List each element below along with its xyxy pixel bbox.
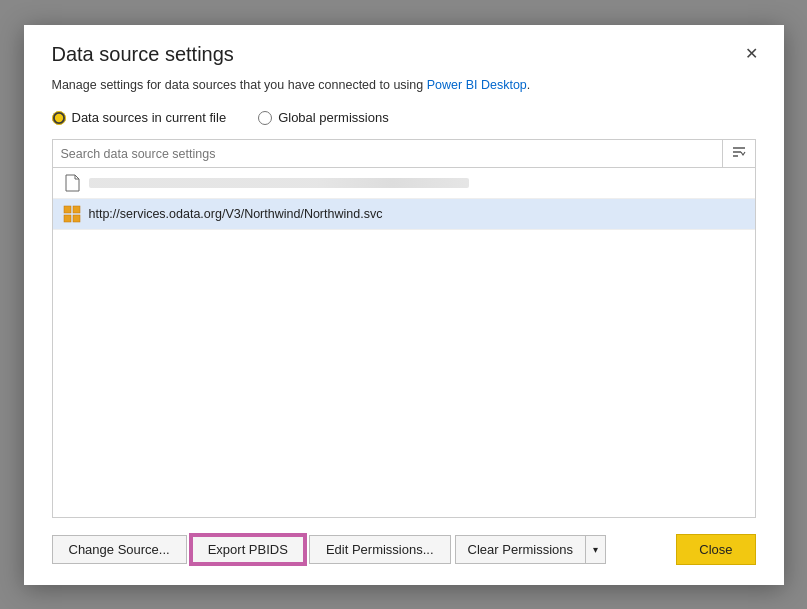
svg-rect-4 bbox=[73, 206, 80, 213]
clear-permissions-button[interactable]: Clear Permissions bbox=[455, 535, 586, 564]
change-source-button[interactable]: Change Source... bbox=[52, 535, 187, 564]
radio-global-permissions[interactable]: Global permissions bbox=[258, 110, 389, 125]
radio-current-file[interactable]: Data sources in current file bbox=[52, 110, 227, 125]
odata-source-label: http://services.odata.org/V3/Northwind/N… bbox=[89, 207, 383, 221]
search-input[interactable] bbox=[53, 141, 722, 167]
close-x-button[interactable]: ✕ bbox=[739, 44, 764, 64]
svg-rect-3 bbox=[64, 206, 71, 213]
edit-permissions-button[interactable]: Edit Permissions... bbox=[309, 535, 451, 564]
radio-options-row: Data sources in current file Global perm… bbox=[24, 110, 784, 139]
title-bar: Data source settings ✕ bbox=[24, 25, 784, 72]
close-button[interactable]: Close bbox=[676, 534, 755, 565]
grid-icon bbox=[63, 205, 81, 223]
radio-global-permissions-input[interactable] bbox=[258, 111, 272, 125]
dialog-title: Data source settings bbox=[52, 43, 234, 66]
list-item[interactable]: http://services.odata.org/V3/Northwind/N… bbox=[53, 199, 755, 230]
blurred-label bbox=[89, 178, 469, 188]
clear-permissions-split-button: Clear Permissions ▾ bbox=[455, 535, 606, 564]
export-pbids-button[interactable]: Export PBIDS bbox=[191, 535, 305, 564]
power-bi-link: Power BI Desktop bbox=[427, 78, 527, 92]
radio-global-permissions-label: Global permissions bbox=[278, 110, 389, 125]
file-icon bbox=[63, 174, 81, 192]
clear-permissions-dropdown-button[interactable]: ▾ bbox=[586, 535, 606, 564]
svg-rect-6 bbox=[73, 215, 80, 222]
dialog-subtitle: Manage settings for data sources that yo… bbox=[24, 72, 784, 111]
svg-rect-5 bbox=[64, 215, 71, 222]
sort-button[interactable] bbox=[722, 140, 755, 167]
data-source-settings-dialog: Data source settings ✕ Manage settings f… bbox=[24, 25, 784, 585]
sort-icon bbox=[731, 144, 747, 160]
list-item[interactable] bbox=[53, 168, 755, 199]
radio-current-file-label: Data sources in current file bbox=[72, 110, 227, 125]
footer-buttons: Change Source... Export PBIDS Edit Permi… bbox=[24, 518, 784, 585]
search-row bbox=[52, 139, 756, 168]
data-source-list: http://services.odata.org/V3/Northwind/N… bbox=[52, 168, 756, 517]
radio-current-file-input[interactable] bbox=[52, 111, 66, 125]
